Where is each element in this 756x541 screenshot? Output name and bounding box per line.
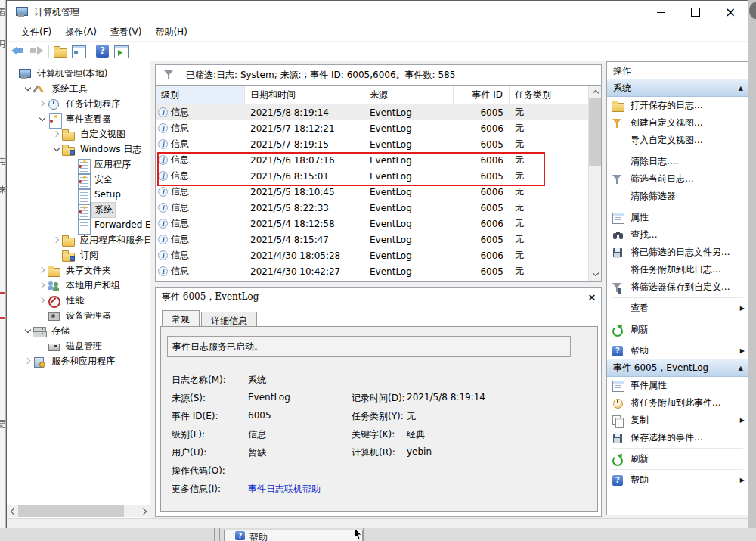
scroll-up-icon[interactable]	[589, 86, 602, 98]
action-section-header[interactable]: 事件 6005，EventLog	[607, 359, 748, 377]
tree-item[interactable]: Forwarded Eve	[7, 217, 150, 232]
scrollbar-thumb[interactable]	[589, 98, 602, 166]
column-header[interactable]: 来源	[364, 86, 454, 104]
action-item[interactable]: 帮助	[607, 342, 748, 359]
action-item[interactable]: 筛选当前日志...	[607, 170, 748, 188]
event-row[interactable]: 信息2021/5/4 8:15:47EventLog6005无	[156, 232, 588, 247]
tree-item[interactable]: 应用程序	[7, 157, 150, 172]
tree-item[interactable]: 订阅	[7, 247, 150, 263]
tree-item[interactable]: 共享文件夹	[7, 263, 150, 278]
event-row[interactable]: 信息2021/5/7 18:12:21EventLog6006无	[156, 120, 588, 136]
collapse-icon[interactable]	[739, 365, 743, 372]
tree-item[interactable]: 计算机管理(本地)	[7, 66, 150, 81]
maximize-button[interactable]	[678, 1, 713, 23]
field-label: 事件 ID(E):	[172, 410, 218, 423]
expand-chevron-icon[interactable]	[51, 235, 62, 245]
tab-details[interactable]: 详细信息	[201, 312, 257, 326]
event-row[interactable]: 信息2021/5/7 8:19:15EventLog6005无	[156, 136, 588, 152]
event-row[interactable]: 信息2021/4/30 18:05:28EventLog6006无	[156, 247, 588, 263]
console-run-icon[interactable]	[113, 44, 129, 59]
menu-item[interactable]: 文件(F)	[14, 23, 58, 41]
action-item[interactable]: 将已筛选的日志文件另...	[607, 244, 748, 261]
tree-item[interactable]: 性能	[7, 293, 150, 308]
action-item[interactable]: 打开保存的日志...	[607, 97, 748, 114]
tree-item[interactable]: 事件查看器	[7, 111, 150, 126]
expand-chevron-icon[interactable]	[51, 144, 62, 154]
back-icon[interactable]	[11, 44, 26, 59]
horizontal-scrollbar[interactable]	[7, 505, 150, 517]
action-item[interactable]: 刷新	[607, 450, 748, 468]
action-item[interactable]: 帮助	[607, 471, 748, 489]
tree-item[interactable]: 任务计划程序	[7, 96, 150, 111]
menu-item[interactable]: 查看(V)	[104, 23, 149, 41]
tree-item[interactable]: Windows 日志	[7, 141, 150, 157]
action-item[interactable]: 清除筛选器	[607, 188, 748, 205]
collapse-icon[interactable]	[739, 85, 743, 92]
action-item[interactable]: 复制	[607, 412, 748, 429]
action-item[interactable]: 将任务附加到此事件...	[607, 394, 748, 412]
tree-item[interactable]: 系统工具	[7, 81, 150, 96]
action-item[interactable]: 属性	[607, 209, 748, 226]
tree-item[interactable]: 本地用户和组	[7, 278, 150, 293]
expand-chevron-icon[interactable]	[23, 325, 33, 336]
tree-item[interactable]: 存储	[7, 323, 150, 338]
vertical-scrollbar[interactable]	[588, 86, 601, 281]
action-item[interactable]: 刷新	[607, 321, 748, 338]
expand-chevron-icon[interactable]	[23, 83, 33, 94]
scrollbar-thumb[interactable]	[18, 505, 124, 517]
event-row[interactable]: 信息2021/5/6 18:07:16EventLog6006无	[156, 152, 588, 168]
event-row[interactable]: 信息2021/5/4 18:12:58EventLog6006无	[156, 216, 588, 232]
help-tb-icon[interactable]	[95, 44, 110, 59]
menu-item[interactable]: 操作(A)	[58, 23, 104, 41]
expand-chevron-icon[interactable]	[37, 98, 48, 109]
column-header[interactable]: 级别	[156, 86, 245, 104]
console-window-icon[interactable]	[71, 44, 86, 59]
tree-item[interactable]: 设备管理器	[7, 308, 150, 323]
scroll-right-icon[interactable]	[138, 505, 150, 517]
close-button[interactable]	[713, 1, 748, 23]
action-item[interactable]: 事件属性	[607, 377, 748, 394]
field-value: 无	[407, 410, 416, 423]
action-section-header[interactable]: 系统	[607, 79, 748, 97]
close-details-icon[interactable]	[583, 291, 601, 303]
event-row[interactable]: 信息2021/5/5 8:22:33EventLog6005无	[156, 200, 588, 216]
action-item[interactable]: 查看	[607, 300, 748, 317]
tree-item[interactable]: Setup	[7, 187, 150, 202]
action-item[interactable]: 导入自定义视图...	[607, 132, 748, 149]
action-item[interactable]: 将任务附加到此日志...	[607, 261, 748, 278]
tree-item-label: 本地用户和组	[64, 278, 122, 293]
tree-item[interactable]: 应用程序和服务日志	[7, 232, 150, 247]
expand-chevron-icon[interactable]	[23, 356, 33, 366]
expand-chevron-icon[interactable]	[37, 295, 48, 306]
event-log-online-help-link[interactable]: 事件日志联机帮助	[248, 483, 321, 496]
event-row[interactable]: 信息2021/4/30 10:42:27EventLog6005无	[156, 263, 588, 279]
tree-item[interactable]: 安全	[7, 172, 150, 187]
scroll-left-icon[interactable]	[7, 505, 18, 517]
action-item[interactable]: 清除日志....	[607, 153, 748, 170]
icon-placeholder	[612, 135, 624, 147]
expand-chevron-icon[interactable]	[51, 129, 62, 139]
column-header[interactable]: 任务类别	[510, 86, 582, 104]
action-item[interactable]: 查找...	[607, 226, 748, 244]
tree-item[interactable]: 自定义视图	[7, 126, 150, 141]
event-row[interactable]: 信息2021/5/6 8:15:01EventLog6005无	[156, 168, 588, 184]
forward-icon[interactable]	[29, 44, 44, 59]
expand-chevron-icon[interactable]	[37, 113, 48, 124]
tree-item[interactable]: 系统	[7, 202, 150, 217]
tree-item[interactable]: 服务和应用程序	[7, 353, 150, 368]
expand-chevron-icon[interactable]	[37, 280, 48, 291]
expand-chevron-icon[interactable]	[37, 265, 48, 275]
action-item[interactable]: 保存选择的事件...	[607, 429, 748, 446]
action-item[interactable]: 将筛选器保存到自定义...	[607, 278, 748, 296]
open-folder-icon[interactable]	[53, 44, 68, 59]
column-header[interactable]: 日期和时间	[245, 86, 364, 104]
scroll-down-icon[interactable]	[589, 268, 602, 281]
column-header[interactable]: 事件 ID	[454, 86, 510, 104]
tree-item[interactable]: 磁盘管理	[7, 338, 150, 353]
menu-item[interactable]: 帮助(H)	[148, 23, 194, 41]
tab-general[interactable]: 常规	[162, 310, 200, 326]
minimize-button[interactable]	[643, 1, 678, 23]
action-item[interactable]: 创建自定义视图...	[607, 114, 748, 132]
event-row[interactable]: 信息2021/5/8 8:19:14EventLog6005无	[156, 104, 588, 120]
event-row[interactable]: 信息2021/5/5 18:10:45EventLog6006无	[156, 184, 588, 200]
